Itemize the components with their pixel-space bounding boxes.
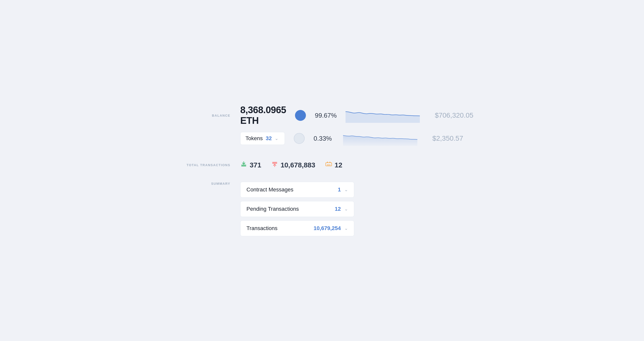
summary-label: SUMMARY — [181, 182, 230, 186]
svg-rect-2 — [272, 163, 277, 164]
tokens-fiat-value: $2,350.57 — [432, 134, 463, 142]
contract-messages-count: 1 — [338, 186, 341, 193]
svg-rect-6 — [330, 162, 330, 163]
svg-rect-1 — [241, 166, 246, 166]
eth-balance-row: BALANCE 8,368.0965 ETH 99.67% $706,320 — [181, 105, 463, 126]
eth-percentage: 99.67% — [315, 112, 336, 119]
tokens-indicator-circle — [294, 133, 305, 144]
incoming-stat: 371 — [240, 161, 261, 170]
svg-point-9 — [330, 164, 330, 166]
contract-messages-label: Contract Messages — [246, 186, 334, 193]
transactions-chevron-icon: ⌄ — [344, 226, 348, 231]
tokens-chevron-icon: ⌄ — [275, 136, 278, 141]
balance-section: BALANCE 8,368.0965 ETH 99.67% $706,320 — [181, 105, 463, 146]
eth-sparkline — [346, 108, 420, 123]
outgoing-count: 10,678,883 — [281, 161, 315, 169]
summary-rows: Contract Messages 1 ⌄ Pending Transactio… — [240, 182, 354, 236]
transactions-row: TOTAL TRANSACTIONS 371 — [181, 161, 463, 170]
svg-rect-3 — [272, 162, 277, 163]
incoming-icon — [240, 161, 247, 170]
svg-rect-5 — [327, 162, 328, 163]
pending-stat: 12 — [325, 161, 342, 170]
eth-indicator-circle — [295, 110, 306, 121]
transactions-label: TOTAL TRANSACTIONS — [181, 163, 230, 167]
transactions-label: Transactions — [246, 225, 310, 232]
contract-messages-dropdown[interactable]: Contract Messages 1 ⌄ — [240, 182, 354, 198]
pending-transactions-label: Pending Transactions — [246, 206, 332, 212]
eth-amount: 8,368.0965 ETH — [240, 105, 286, 126]
pending-icon — [325, 161, 332, 170]
svg-rect-0 — [241, 165, 246, 166]
balance-label: BALANCE — [181, 114, 230, 118]
eth-fiat-value: $706,320.05 — [435, 112, 473, 119]
outgoing-stat: 10,678,883 — [271, 161, 315, 170]
tokens-label: Tokens — [246, 135, 263, 142]
transactions-count: 10,679,254 — [314, 225, 341, 232]
pending-count: 12 — [335, 161, 342, 169]
tokens-balance-row: Tokens 32 ⌄ 0.33% $2,3 — [181, 131, 463, 146]
tokens-dropdown[interactable]: Tokens 32 ⌄ — [240, 132, 285, 145]
tokens-percentage: 0.33% — [314, 135, 334, 142]
svg-point-7 — [327, 164, 328, 166]
tx-stats: 371 10,678,883 — [240, 161, 342, 170]
transactions-section: TOTAL TRANSACTIONS 371 — [181, 161, 463, 170]
svg-point-8 — [328, 164, 329, 166]
svg-rect-4 — [326, 163, 332, 166]
tokens-count: 32 — [266, 135, 272, 142]
contract-messages-chevron-icon: ⌄ — [344, 187, 348, 192]
pending-transactions-dropdown[interactable]: Pending Transactions 12 ⌄ — [240, 201, 354, 217]
tokens-sparkline — [343, 131, 417, 146]
pending-transactions-count: 12 — [335, 206, 341, 212]
outgoing-icon — [271, 161, 278, 170]
incoming-count: 371 — [250, 161, 261, 169]
pending-transactions-chevron-icon: ⌄ — [344, 206, 348, 212]
transactions-dropdown[interactable]: Transactions 10,679,254 ⌄ — [240, 220, 354, 236]
summary-section: SUMMARY Contract Messages 1 ⌄ Pending Tr… — [181, 182, 463, 236]
